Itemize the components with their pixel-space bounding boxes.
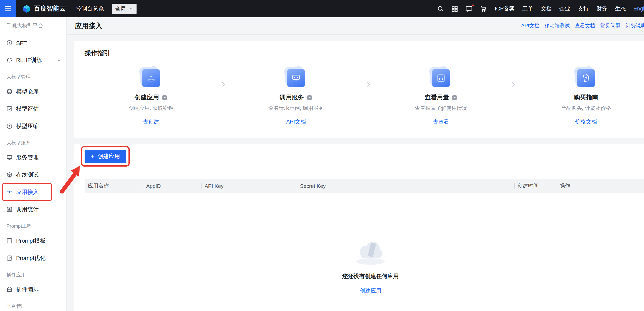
sidebar-item-model-compression[interactable]: 模型压缩 [0,117,66,135]
step-title: 购买指南 [574,94,598,101]
search-icon[interactable] [438,5,444,12]
rlhf-icon [6,57,12,63]
brand-name: 百度智能云 [34,4,66,13]
topbar-item-enterprise[interactable]: 企业 [559,5,570,12]
model-evaluation-icon [6,106,12,112]
sidebar-item-prompt-optimization[interactable]: Prompt优化 [0,250,66,267]
sidebar-section-prompt-engineering: Prompt工程 [0,218,66,232]
step-link-go-view[interactable]: 去查看 [433,118,449,126]
sidebar-item-rlhf-training[interactable]: RLHF训练 [0,51,66,69]
sft-icon [6,40,12,46]
model-repository-icon [6,88,12,94]
plugin-orchestration-icon [6,287,12,293]
header-link-faq[interactable]: 常见问题 [600,22,620,29]
buy-guide-tile-icon [577,69,595,87]
notification-dot [472,4,474,6]
hamburger-menu-button[interactable] [0,0,16,17]
empty-state-create-link[interactable]: 创建应用 [360,287,382,295]
sidebar-item-model-repository[interactable]: 模型仓库 [0,83,66,100]
sidebar-item-label: RLHF训练 [16,56,42,64]
create-app-tile-icon [142,69,160,87]
create-app-button-label: 创建应用 [98,153,120,160]
sidebar-section-platform-management: 平台管理 [0,298,66,311]
topbar-item-tickets[interactable]: 工单 [522,5,533,12]
step-title: 调用服务 [280,94,304,101]
column-header-secret-key: Secret Key [297,183,514,189]
column-header-app-id: AppID [143,183,202,189]
sidebar-section-model-management: 大模型管理 [0,69,66,83]
brand-logo[interactable]: 百度智能云 [22,4,66,13]
sidebar-item-label: SFT [16,40,27,46]
sidebar-item-online-test[interactable]: 在线测试 [0,166,66,183]
cart-icon[interactable] [480,5,487,12]
prompt-template-icon [6,238,12,244]
header-link-mobile-test[interactable]: 移动端测试 [544,22,570,29]
sidebar-section-model-services: 大模型服务 [0,135,66,149]
topbar-right: ICP备案 工单 文档 企业 支持 财务 生态 English [438,0,644,17]
guide-title: 操作指引 [84,49,644,57]
topbar-item-icp[interactable]: ICP备案 [494,5,514,12]
header-link-api-doc[interactable]: API文档 [521,22,539,29]
play-icon[interactable] [306,94,312,101]
sidebar-item-call-statistics[interactable]: 调用统计 [0,201,66,218]
language-switch[interactable]: English [633,6,644,12]
hamburger-icon [5,6,11,7]
service-management-icon [6,154,12,161]
scope-selector[interactable]: 全局 [112,3,136,14]
topbar-item-ecosystem[interactable]: 生态 [615,5,626,12]
sidebar-section-plugin-apps: 插件应用 [0,267,66,281]
apps-grid-icon[interactable] [452,5,458,12]
step-link-price-doc[interactable]: 价格文档 [575,118,597,126]
step-desc: 查看报表了解使用情况 [415,105,467,112]
step-title: 创建应用 [135,94,159,101]
empty-cloud-illustration [350,236,391,268]
column-header-created-time: 创建时间 [514,182,556,190]
sidebar-item-label: Prompt模板 [16,237,46,244]
sidebar-item-label: 模型评估 [16,105,39,112]
step-title: 查看用量 [425,94,449,101]
sidebar: 千帆大模型平台 SFT RLHF训练 大模型管理 模型仓库 [0,17,67,311]
sidebar-item-model-evaluation[interactable]: 模型评估 [0,100,66,117]
topbar-item-support[interactable]: 支持 [578,5,588,12]
sidebar-item-label: 模型仓库 [16,88,39,95]
chevron-right-icon: › [508,78,520,89]
topbar-item-finance[interactable]: 财务 [596,5,607,12]
plus-icon: + [90,153,95,160]
chevron-down-icon [57,58,62,62]
column-header-app-name: 应用名称 [84,182,143,190]
header-link-view-doc[interactable]: 查看文档 [575,22,595,29]
step-desc: 查看请求示例, 调用服务 [268,105,324,112]
header-link-billing-note[interactable]: 计费说明 [626,22,644,29]
sidebar-item-plugin-orchestration[interactable]: 插件编排 [0,281,66,298]
sidebar-item-app-access[interactable]: 应用接入 [0,183,66,201]
step-link-api-doc[interactable]: API文档 [286,118,306,126]
empty-state-text: 您还没有创建任何应用 [342,273,399,280]
apps-table-header: 应用名称 AppID API Key Secret Key 创建时间 操作 [84,179,644,193]
message-icon[interactable] [466,5,472,12]
play-icon[interactable] [451,94,457,101]
sidebar-item-label: 服务管理 [16,154,39,161]
step-link-go-create[interactable]: 去创建 [143,118,159,126]
sidebar-title: 千帆大模型平台 [0,17,66,34]
sidebar-item-label: 模型压缩 [16,122,39,130]
guide-steps: 创建应用 创建应用, 获取密钥 去创建 › 调用服务 查看请求示例, 调 [84,62,644,126]
chevron-right-icon: › [362,78,374,89]
console-overview-link[interactable]: 控制台总览 [76,5,104,12]
page-viewport: 百度智能云 控制台总览 全局 ICP备案 工单 文档 [0,0,644,311]
call-service-tile-icon [287,69,305,87]
sidebar-item-service-management[interactable]: 服务管理 [0,149,66,166]
page-header-links: API文档 移动端测试 查看文档 常见问题 计费说明 计费价格 [521,17,644,35]
sidebar-item-sft[interactable]: SFT [0,34,66,51]
guide-step-create-app: 创建应用 创建应用, 获取密钥 去创建 [84,62,218,126]
column-header-api-key: API Key [202,183,297,189]
create-app-button[interactable]: + 创建应用 [84,150,126,163]
prompt-optimization-icon [6,255,12,261]
topbar-item-docs[interactable]: 文档 [541,5,552,12]
empty-state: 您还没有创建任何应用 创建应用 [310,236,431,295]
sidebar-item-label: Prompt优化 [16,255,46,262]
step-desc: 产品购买, 计费及价格 [561,105,611,112]
play-icon[interactable] [161,94,167,101]
apps-card: + 创建应用 应用名称 AppID API Key Secret Key 创建时… [74,144,644,311]
sidebar-item-prompt-template[interactable]: Prompt模板 [0,232,66,250]
guide-step-buy-guide: 购买指南 产品购买, 计费及价格 价格文档 [520,62,644,126]
